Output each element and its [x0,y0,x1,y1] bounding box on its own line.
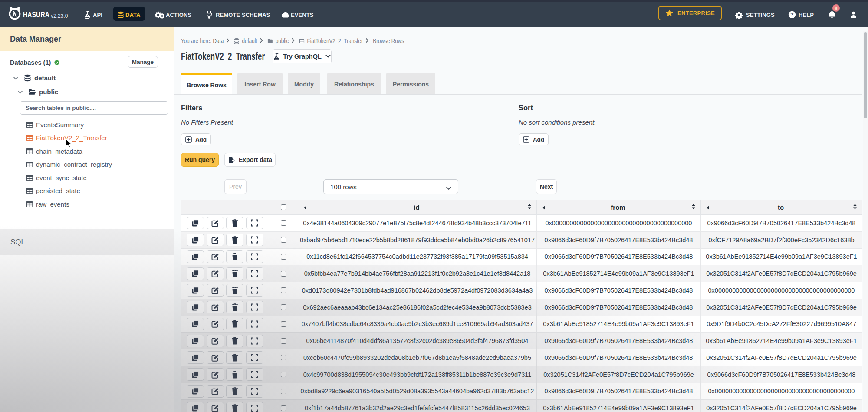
svg-text:?: ? [790,12,793,18]
